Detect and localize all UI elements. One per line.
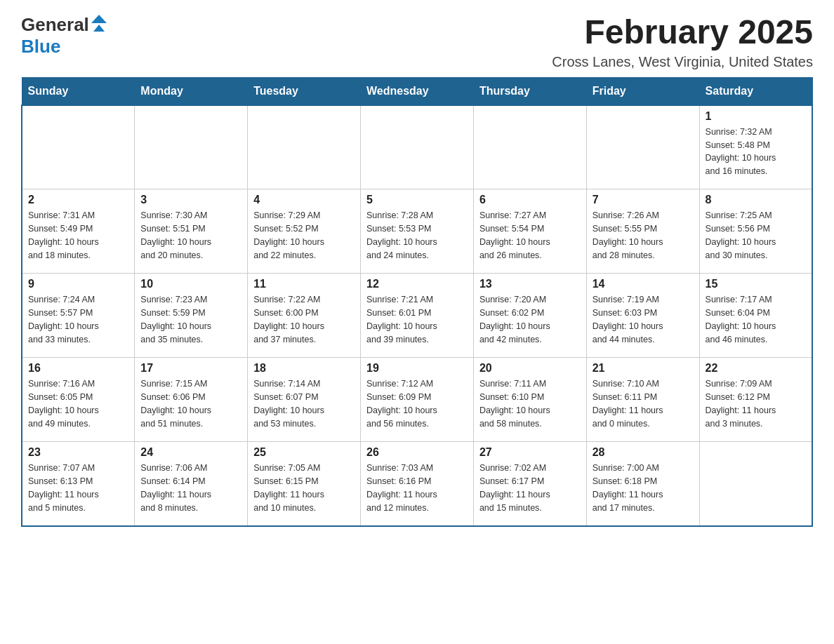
calendar-cell: 3Sunrise: 7:30 AM Sunset: 5:51 PM Daylig… <box>135 189 248 274</box>
page-header: General Blue February 2025 Cross Lanes, … <box>21 14 813 70</box>
calendar-cell <box>473 105 586 189</box>
header-monday: Monday <box>135 77 248 105</box>
calendar-cell: 23Sunrise: 7:07 AM Sunset: 6:13 PM Dayli… <box>22 442 135 526</box>
calendar-cell: 28Sunrise: 7:00 AM Sunset: 6:18 PM Dayli… <box>586 442 699 526</box>
day-number: 17 <box>140 362 241 375</box>
day-info: Sunrise: 7:14 AM Sunset: 6:07 PM Dayligh… <box>253 377 355 430</box>
day-number: 19 <box>366 362 468 375</box>
day-info: Sunrise: 7:12 AM Sunset: 6:09 PM Dayligh… <box>366 377 468 430</box>
calendar-cell <box>22 105 135 189</box>
calendar-cell <box>248 105 361 189</box>
day-number: 28 <box>593 446 694 459</box>
day-number: 8 <box>706 194 806 206</box>
calendar-cell: 6Sunrise: 7:27 AM Sunset: 5:54 PM Daylig… <box>473 189 586 274</box>
header-tuesday: Tuesday <box>248 77 361 105</box>
calendar-cell: 27Sunrise: 7:02 AM Sunset: 6:17 PM Dayli… <box>473 442 586 526</box>
logo-triangle-2 <box>93 25 105 32</box>
calendar-cell: 8Sunrise: 7:25 AM Sunset: 5:56 PM Daylig… <box>699 189 812 274</box>
day-info: Sunrise: 7:06 AM Sunset: 6:14 PM Dayligh… <box>140 462 241 514</box>
calendar-cell: 22Sunrise: 7:09 AM Sunset: 6:12 PM Dayli… <box>699 358 812 442</box>
logo: General Blue <box>21 14 107 58</box>
logo-triangles <box>91 15 107 32</box>
day-info: Sunrise: 7:09 AM Sunset: 6:12 PM Dayligh… <box>706 377 806 430</box>
day-number: 20 <box>479 362 581 375</box>
day-number: 10 <box>140 278 241 290</box>
day-number: 25 <box>253 446 355 459</box>
day-info: Sunrise: 7:10 AM Sunset: 6:11 PM Dayligh… <box>593 377 694 430</box>
day-info: Sunrise: 7:07 AM Sunset: 6:13 PM Dayligh… <box>28 462 128 514</box>
calendar-cell: 4Sunrise: 7:29 AM Sunset: 5:52 PM Daylig… <box>248 189 361 274</box>
day-number: 12 <box>366 278 468 290</box>
day-number: 27 <box>479 446 581 459</box>
day-number: 2 <box>28 194 128 206</box>
logo-blue-text: Blue <box>21 36 60 58</box>
header-wednesday: Wednesday <box>361 77 474 105</box>
calendar-week-4: 16Sunrise: 7:16 AM Sunset: 6:05 PM Dayli… <box>22 358 812 442</box>
calendar-week-3: 9Sunrise: 7:24 AM Sunset: 5:57 PM Daylig… <box>22 274 812 358</box>
calendar-cell: 12Sunrise: 7:21 AM Sunset: 6:01 PM Dayli… <box>361 274 474 358</box>
day-info: Sunrise: 7:23 AM Sunset: 5:59 PM Dayligh… <box>140 293 241 346</box>
day-info: Sunrise: 7:25 AM Sunset: 5:56 PM Dayligh… <box>706 209 806 262</box>
calendar-cell: 14Sunrise: 7:19 AM Sunset: 6:03 PM Dayli… <box>586 274 699 358</box>
day-number: 7 <box>593 194 694 206</box>
calendar-cell: 19Sunrise: 7:12 AM Sunset: 6:09 PM Dayli… <box>361 358 474 442</box>
weekday-header-row: Sunday Monday Tuesday Wednesday Thursday… <box>22 77 812 105</box>
calendar-body: 1Sunrise: 7:32 AM Sunset: 5:48 PM Daylig… <box>22 105 812 526</box>
day-info: Sunrise: 7:27 AM Sunset: 5:54 PM Dayligh… <box>479 209 581 262</box>
day-number: 24 <box>140 446 241 459</box>
day-number: 11 <box>253 278 355 290</box>
day-info: Sunrise: 7:32 AM Sunset: 5:48 PM Dayligh… <box>706 126 806 178</box>
calendar-cell: 9Sunrise: 7:24 AM Sunset: 5:57 PM Daylig… <box>22 274 135 358</box>
day-number: 18 <box>253 362 355 375</box>
day-number: 22 <box>706 362 806 375</box>
day-number: 4 <box>253 194 355 206</box>
calendar-cell: 21Sunrise: 7:10 AM Sunset: 6:11 PM Dayli… <box>586 358 699 442</box>
logo-triangle-1 <box>91 15 107 23</box>
day-info: Sunrise: 7:29 AM Sunset: 5:52 PM Dayligh… <box>253 209 355 262</box>
calendar-table: Sunday Monday Tuesday Wednesday Thursday… <box>21 77 813 527</box>
calendar-week-5: 23Sunrise: 7:07 AM Sunset: 6:13 PM Dayli… <box>22 442 812 526</box>
day-number: 13 <box>479 278 581 290</box>
calendar-cell <box>699 442 812 526</box>
calendar-cell <box>586 105 699 189</box>
day-number: 15 <box>706 278 806 290</box>
calendar-cell: 16Sunrise: 7:16 AM Sunset: 6:05 PM Dayli… <box>22 358 135 442</box>
day-info: Sunrise: 7:17 AM Sunset: 6:04 PM Dayligh… <box>706 293 806 346</box>
day-info: Sunrise: 7:30 AM Sunset: 5:51 PM Dayligh… <box>140 209 241 262</box>
calendar-cell: 2Sunrise: 7:31 AM Sunset: 5:49 PM Daylig… <box>22 189 135 274</box>
calendar-week-1: 1Sunrise: 7:32 AM Sunset: 5:48 PM Daylig… <box>22 105 812 189</box>
calendar-cell <box>135 105 248 189</box>
header-saturday: Saturday <box>699 77 812 105</box>
calendar-cell <box>361 105 474 189</box>
day-info: Sunrise: 7:19 AM Sunset: 6:03 PM Dayligh… <box>593 293 694 346</box>
day-info: Sunrise: 7:24 AM Sunset: 5:57 PM Dayligh… <box>28 293 128 346</box>
calendar-cell: 10Sunrise: 7:23 AM Sunset: 5:59 PM Dayli… <box>135 274 248 358</box>
day-number: 16 <box>28 362 128 375</box>
calendar-cell: 5Sunrise: 7:28 AM Sunset: 5:53 PM Daylig… <box>361 189 474 274</box>
day-number: 26 <box>366 446 468 459</box>
day-info: Sunrise: 7:31 AM Sunset: 5:49 PM Dayligh… <box>28 209 128 262</box>
calendar-cell: 24Sunrise: 7:06 AM Sunset: 6:14 PM Dayli… <box>135 442 248 526</box>
day-info: Sunrise: 7:00 AM Sunset: 6:18 PM Dayligh… <box>593 462 694 514</box>
calendar-cell: 15Sunrise: 7:17 AM Sunset: 6:04 PM Dayli… <box>699 274 812 358</box>
day-number: 6 <box>479 194 581 206</box>
day-info: Sunrise: 7:15 AM Sunset: 6:06 PM Dayligh… <box>140 377 241 430</box>
calendar-cell: 17Sunrise: 7:15 AM Sunset: 6:06 PM Dayli… <box>135 358 248 442</box>
header-thursday: Thursday <box>473 77 586 105</box>
day-number: 23 <box>28 446 128 459</box>
calendar-header: Sunday Monday Tuesday Wednesday Thursday… <box>22 77 812 105</box>
logo-general-text: General <box>21 14 89 36</box>
calendar-cell: 20Sunrise: 7:11 AM Sunset: 6:10 PM Dayli… <box>473 358 586 442</box>
day-info: Sunrise: 7:20 AM Sunset: 6:02 PM Dayligh… <box>479 293 581 346</box>
header-sunday: Sunday <box>22 77 135 105</box>
day-info: Sunrise: 7:02 AM Sunset: 6:17 PM Dayligh… <box>479 462 581 514</box>
calendar-cell: 26Sunrise: 7:03 AM Sunset: 6:16 PM Dayli… <box>361 442 474 526</box>
day-info: Sunrise: 7:28 AM Sunset: 5:53 PM Dayligh… <box>366 209 468 262</box>
calendar-cell: 7Sunrise: 7:26 AM Sunset: 5:55 PM Daylig… <box>586 189 699 274</box>
day-number: 1 <box>706 110 806 123</box>
page-subtitle: Cross Lanes, West Virginia, United State… <box>552 54 813 70</box>
day-info: Sunrise: 7:11 AM Sunset: 6:10 PM Dayligh… <box>479 377 581 430</box>
day-info: Sunrise: 7:26 AM Sunset: 5:55 PM Dayligh… <box>593 209 694 262</box>
day-info: Sunrise: 7:16 AM Sunset: 6:05 PM Dayligh… <box>28 377 128 430</box>
day-info: Sunrise: 7:21 AM Sunset: 6:01 PM Dayligh… <box>366 293 468 346</box>
